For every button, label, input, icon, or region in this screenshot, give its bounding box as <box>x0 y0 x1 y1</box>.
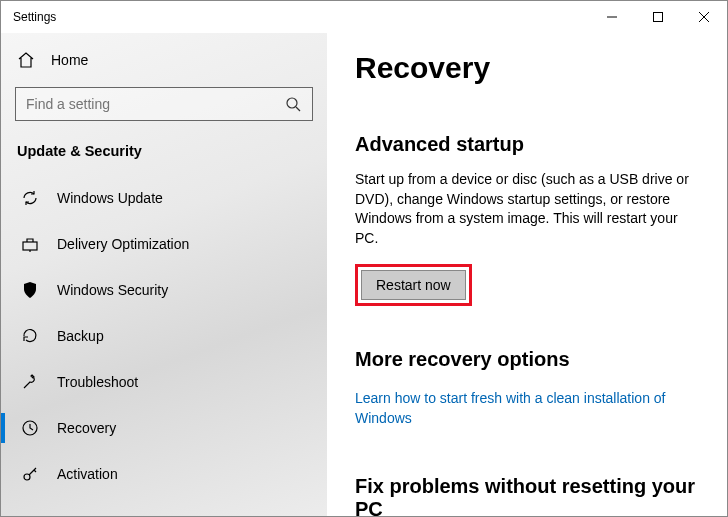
more-recovery-heading: More recovery options <box>355 348 699 371</box>
shield-icon <box>21 281 39 299</box>
start-fresh-link[interactable]: Learn how to start fresh with a clean in… <box>355 389 699 428</box>
home-label: Home <box>51 52 88 68</box>
wrench-icon <box>21 373 39 391</box>
svg-rect-1 <box>654 13 663 22</box>
main-panel: Recovery Advanced startup Start up from … <box>327 33 727 516</box>
sidebar-item-label: Windows Security <box>57 282 168 298</box>
delivery-icon <box>21 235 39 253</box>
page-title: Recovery <box>355 51 699 85</box>
advanced-startup-description: Start up from a device or disc (such as … <box>355 170 699 248</box>
home-nav[interactable]: Home <box>1 41 327 79</box>
sidebar-item-delivery-optimization[interactable]: Delivery Optimization <box>1 221 327 267</box>
sidebar-item-backup[interactable]: Backup <box>1 313 327 359</box>
sidebar-item-label: Recovery <box>57 420 116 436</box>
close-button[interactable] <box>681 1 727 33</box>
sidebar-item-activation[interactable]: Activation <box>1 451 327 497</box>
sidebar-item-label: Backup <box>57 328 104 344</box>
minimize-button[interactable] <box>589 1 635 33</box>
home-icon <box>17 51 35 69</box>
key-icon <box>21 465 39 483</box>
sidebar-item-label: Troubleshoot <box>57 374 138 390</box>
sidebar-item-recovery[interactable]: Recovery <box>1 405 327 451</box>
sidebar-item-windows-update[interactable]: Windows Update <box>1 175 327 221</box>
category-header: Update & Security <box>1 133 327 175</box>
svg-rect-6 <box>23 242 37 250</box>
advanced-startup-heading: Advanced startup <box>355 133 699 156</box>
sidebar-item-label: Windows Update <box>57 190 163 206</box>
highlight-box: Restart now <box>355 264 472 306</box>
maximize-button[interactable] <box>635 1 681 33</box>
fix-problems-heading: Fix problems without resetting your PC <box>355 475 699 516</box>
sidebar-item-windows-security[interactable]: Windows Security <box>1 267 327 313</box>
window-controls <box>589 1 727 33</box>
restart-now-button[interactable]: Restart now <box>361 270 466 300</box>
sidebar-item-label: Activation <box>57 466 118 482</box>
recovery-icon <box>21 419 39 437</box>
titlebar: Settings <box>1 1 727 33</box>
backup-icon <box>21 327 39 345</box>
sidebar-item-troubleshoot[interactable]: Troubleshoot <box>1 359 327 405</box>
window-title: Settings <box>13 10 56 24</box>
sidebar: Home Update & Security <box>1 33 327 516</box>
sync-icon <box>21 189 39 207</box>
sidebar-item-label: Delivery Optimization <box>57 236 189 252</box>
search-input[interactable] <box>15 87 313 121</box>
